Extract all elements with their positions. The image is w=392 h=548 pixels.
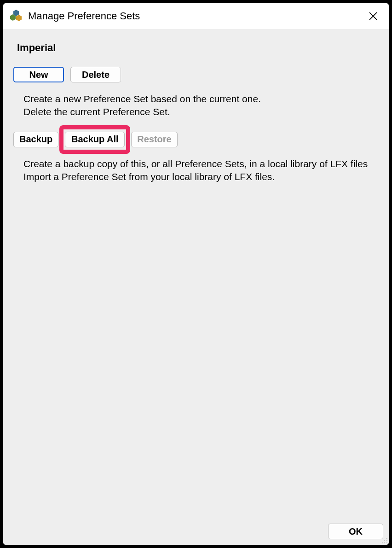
svg-point-8 <box>386 542 387 543</box>
backup-all-highlight: Backup All <box>65 132 125 147</box>
svg-marker-1 <box>10 14 16 21</box>
delete-button[interactable]: Delete <box>70 67 121 82</box>
svg-point-7 <box>384 540 385 541</box>
backup-restore-description: Create a backup copy of this, or all Pre… <box>3 157 389 184</box>
svg-point-9 <box>384 542 385 543</box>
dialog-body: Imperial New Delete Create a new Prefere… <box>3 29 389 545</box>
svg-point-5 <box>386 538 387 539</box>
current-set-name: Imperial <box>3 42 389 54</box>
window-title: Manage Preference Sets <box>28 10 364 22</box>
restore-button: Restore <box>131 132 177 147</box>
backup-button[interactable]: Backup <box>13 132 58 147</box>
dialog-footer: OK <box>328 524 383 539</box>
row-backup-restore: Backup Backup All Restore <box>3 132 389 147</box>
close-button[interactable] <box>364 7 382 25</box>
resize-grip[interactable] <box>381 537 388 544</box>
svg-point-6 <box>386 540 387 541</box>
app-icon <box>10 10 23 23</box>
titlebar: Manage Preference Sets <box>3 3 389 29</box>
svg-marker-2 <box>16 15 22 21</box>
new-button[interactable]: New <box>13 67 64 82</box>
close-icon <box>369 12 377 20</box>
ok-button[interactable]: OK <box>328 524 383 539</box>
svg-point-10 <box>382 542 383 543</box>
row-new-delete: New Delete <box>3 67 389 82</box>
backup-all-button[interactable]: Backup All <box>65 132 125 147</box>
dialog-window: Manage Preference Sets Imperial New Dele… <box>3 3 389 545</box>
new-delete-description: Create a new Preference Set based on the… <box>3 93 389 119</box>
